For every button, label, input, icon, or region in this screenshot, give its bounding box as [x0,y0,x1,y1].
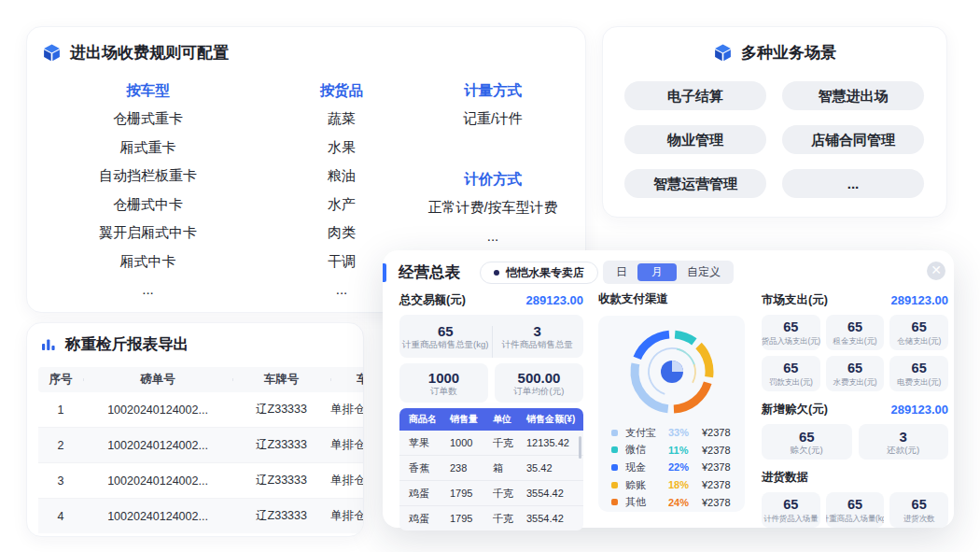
cell-index: 4 [38,510,83,523]
stat-weighed-entry: 65 计重商品入场量(kg) [826,492,885,528]
stat-value: 65 [912,361,927,376]
fee-item: 肉类 [272,223,412,242]
table-row: 3 10020240124002... 辽Z33333 单排仓栅 [38,462,364,498]
fee-section-header: 计价方式 [404,170,581,189]
scenarios-title-text: 多种业务场景 [741,42,836,64]
cube-icon [713,43,733,63]
stat-label: 订单数 [430,386,457,397]
cell-plate: 辽Z33333 [232,402,330,418]
scenario-button-more[interactable]: ... [782,169,924,198]
payment-channels-column: 收款支付渠道 支付宝 33% ¥2378 [598,286,745,512]
stat-label: 订单均价(元) [514,386,565,397]
cell-ticket: 10020240124002... [83,474,232,488]
cube-icon [42,43,62,63]
bar-chart-icon [40,336,57,353]
legend-bullet [611,482,618,488]
scenario-button-property[interactable]: 物业管理 [624,125,766,154]
tab-day[interactable]: 日 [606,263,637,281]
fee-rules-title-text: 进出场收费规则可配置 [70,42,229,64]
stat-storage-expense: 65 仓储支出(元) [889,315,948,350]
payment-donut-chart: 支付宝 33% ¥2378 微信 11% ¥2378 现金 22% ¥2378 [598,316,745,512]
tab-custom[interactable]: 自定义 [677,263,731,281]
col-header-ticket: 磅单号 [83,372,232,388]
stat-value: 65 [783,319,798,335]
stat-credit-owed: 65 赊欠(元) [762,424,852,460]
scrollbar-thumb[interactable] [579,436,581,459]
col-header-plate: 车牌号 [232,372,330,388]
tab-month[interactable]: 月 [637,263,677,281]
cell-ticket: 10020240124002... [83,403,232,417]
stat-value: 65 [912,319,927,335]
product-table-header: 商品名 销售量 单位 销售金额(¥) [399,408,583,431]
legend-name: 赊账 [625,478,668,492]
scenario-button-smart-ops[interactable]: 智慧运营管理 [624,169,766,198]
cell-plate: 辽Z33333 [232,508,330,524]
legend-pct: 18% [668,479,702,490]
col-header-vehicle: 车型 [330,372,364,388]
stat-weighed-sales: 65 计重商品销售总量(kg) [399,323,492,350]
summary-title: 经营总表 [399,262,460,283]
scenario-button-smart-gate[interactable]: 智慧进出场 [782,81,924,110]
stat-label: 进货次数 [903,513,934,524]
col-header-amount: 销售金额(¥) [526,413,576,426]
weigh-table-header: 序号 磅单号 车牌号 车型 [38,367,364,392]
col-header-product: 商品名 [409,413,450,426]
cell-plate: 辽Z33333 [232,473,330,488]
close-icon[interactable]: ✕ [927,262,945,280]
legend-row: 微信 11% ¥2378 [611,442,735,460]
stat-order-count: 1000 订单数 [399,363,488,403]
stat-water-expense: 65 水费支出(元) [826,356,885,391]
table-row: 1 10020240124002... 辽Z33333 单排仓栅 [38,392,364,427]
cell-index: 2 [38,439,83,452]
fee-item: 水产 [272,195,412,214]
legend-amount: ¥2378 [702,497,731,508]
scenario-button-esettlement[interactable]: 电子结算 [624,81,766,110]
stat-repayment: 3 还款(元) [859,424,949,460]
total-transaction-value: 289123.00 [526,293,583,307]
cell-product: 鸡蛋 [409,512,450,526]
cell-qty: 238 [450,462,493,474]
legend-name: 现金 [625,460,668,474]
store-selector[interactable]: 恺恺水果专卖店 [480,262,598,284]
legend-row: 现金 22% ¥2378 [611,459,735,476]
cell-unit: 千克 [493,512,526,526]
stat-value: 65 [847,497,862,513]
stat-value: 65 [799,429,815,445]
credit-boxes: 65 赊欠(元) 3 还款(元) [762,424,948,460]
stat-value: 3 [492,323,584,339]
period-tabs: 日 月 自定义 [603,261,734,284]
fee-item: 水果 [272,138,412,157]
table-row: 4 10020240124002... 辽Z33333 单排仓栅 [38,498,364,533]
stat-value: 3 [900,429,907,445]
stat-label: 计件商品销售总量 [492,339,584,350]
fee-rules-title: 进出场收费规则可配置 [27,27,585,64]
legend-name: 微信 [625,443,668,457]
legend-bullet [611,446,618,453]
fee-item: 仓栅式中卡 [48,195,248,214]
fee-item: 蔬菜 [272,109,412,128]
market-expense-row: 市场支出(元) 289123.00 [762,291,948,309]
weigh-table-body: 1 10020240124002... 辽Z33333 单排仓栅 2 10020… [38,392,364,533]
cell-amount: 12135.42 [526,437,576,448]
cell-qty: 1795 [450,513,493,524]
scenario-button-shop-contract[interactable]: 店铺合同管理 [782,125,924,154]
stat-goods-entry-expense: 65 货品入场支出(元) [762,315,820,350]
fee-item: 厢式重卡 [48,138,248,157]
stat-counted-entry: 65 计件货品入场量 [762,492,820,528]
legend-row: 赊账 18% ¥2378 [611,476,735,494]
col-header-unit: 单位 [493,413,526,426]
credit-value: 289123.00 [891,403,948,417]
cell-unit: 千克 [493,487,526,501]
cell-plate: 辽Z33333 [232,437,330,453]
stat-fine-expense: 65 罚款支出(元) [762,356,820,391]
credit-label: 新增赊欠(元) [762,402,828,418]
payment-donut [625,325,719,418]
stat-label: 仓储支出(元) [897,335,941,347]
stat-label: 赊欠(元) [791,445,823,456]
fee-item: 粮油 [272,166,412,185]
scenarios-grid: 电子结算 智慧进出场 物业管理 店铺合同管理 智慧运营管理 ... [624,81,946,198]
payment-channels-label: 收款支付渠道 [598,291,745,307]
cell-product: 苹果 [409,436,450,450]
weigh-report-panel: 称重检斤报表导出 序号 磅单号 车牌号 车型 1 10020240124002.… [26,322,364,537]
legend-amount: ¥2378 [702,479,731,490]
